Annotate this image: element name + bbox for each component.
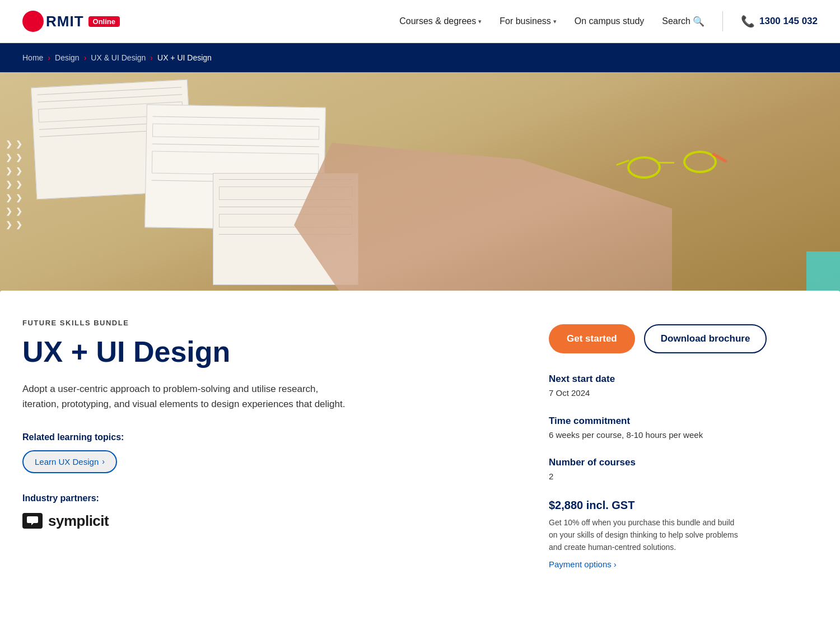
cta-button-group: Get started Download brochure	[549, 324, 818, 353]
chevron-down-icon: ▾	[478, 18, 482, 25]
nav-search[interactable]: Search 🔍	[662, 16, 704, 27]
site-header: RMIT Online Courses & degrees ▾ For busi…	[0, 0, 840, 43]
logo-circle-icon	[22, 11, 44, 32]
logo-rmit-text: RMIT	[46, 13, 84, 30]
chevron-down-icon: ▾	[553, 18, 557, 25]
logo-online-badge: Online	[88, 16, 120, 27]
rmit-logo[interactable]: RMIT Online	[22, 11, 120, 32]
bundle-label: FUTURE SKILLS BUNDLE	[22, 319, 504, 327]
breadcrumb-sep-1: ›	[48, 53, 50, 62]
time-commitment-section: Time commitment 6 weeks per course, 8-10…	[549, 416, 818, 442]
main-content-area: FUTURE SKILLS BUNDLE UX + UI Design Adop…	[0, 291, 840, 612]
number-of-courses-section: Number of courses 2	[549, 457, 818, 483]
payment-options-link[interactable]: Payment options ›	[549, 559, 617, 569]
right-column: Get started Download brochure Next start…	[549, 319, 818, 578]
breadcrumb-sep-3: ›	[150, 53, 153, 62]
number-courses-value: 2	[549, 470, 818, 483]
start-date-value: 7 Oct 2024	[549, 387, 818, 400]
get-started-button[interactable]: Get started	[549, 324, 635, 353]
symplicit-partner-logo: symplicit	[22, 512, 504, 530]
price-label: $2,880 incl. GST	[549, 499, 818, 512]
breadcrumb-current: UX + UI Design	[157, 53, 212, 62]
nav-courses-degrees[interactable]: Courses & degrees ▾	[399, 16, 482, 26]
glasses-bridge	[659, 162, 674, 164]
left-column: FUTURE SKILLS BUNDLE UX + UI Design Adop…	[22, 319, 549, 578]
course-title: UX + UI Design	[22, 336, 504, 368]
download-brochure-button[interactable]: Download brochure	[644, 324, 767, 353]
course-description: Adopt a user-centric approach to problem…	[22, 381, 347, 412]
logo-area: RMIT Online	[22, 11, 120, 32]
breadcrumb-design[interactable]: Design	[55, 53, 80, 62]
search-icon: 🔍	[693, 16, 704, 27]
hero-image: ❯❯ ❯❯ ❯❯ ❯❯ ❯❯ ❯❯ ❯❯	[0, 72, 840, 307]
phone-icon: 📞	[741, 15, 755, 28]
price-section: $2,880 incl. GST Get 10% off when you pu…	[549, 499, 818, 570]
price-description: Get 10% off when you purchase this bundl…	[549, 516, 739, 554]
learn-ux-design-button[interactable]: Learn UX Design ›	[22, 450, 117, 473]
breadcrumb-sep-2: ›	[84, 53, 87, 62]
arrow-right-icon: ›	[102, 457, 105, 466]
symplicit-name: symplicit	[48, 512, 109, 530]
breadcrumb-home[interactable]: Home	[22, 53, 43, 62]
decorative-chevrons: ❯❯ ❯❯ ❯❯ ❯❯ ❯❯ ❯❯ ❯❯	[6, 139, 22, 229]
time-commitment-label: Time commitment	[549, 416, 818, 427]
number-courses-label: Number of courses	[549, 457, 818, 468]
nav-divider	[722, 11, 723, 31]
breadcrumb-ux-ui[interactable]: UX & UI Design	[91, 53, 146, 62]
nav-on-campus[interactable]: On campus study	[575, 16, 645, 26]
partners-label: Industry partners:	[22, 493, 504, 503]
arrow-right-icon: ›	[614, 559, 617, 569]
glasses-left-lens	[627, 156, 661, 179]
main-nav: Courses & degrees ▾ For business ▾ On ca…	[399, 11, 818, 31]
breadcrumb: Home › Design › UX & UI Design › UX + UI…	[0, 43, 840, 72]
start-date-label: Next start date	[549, 374, 818, 385]
nav-for-business[interactable]: For business ▾	[500, 16, 557, 26]
symplicit-logo-icon	[22, 513, 43, 529]
phone-contact[interactable]: 📞 1300 145 032	[741, 15, 818, 28]
glasses-prop	[627, 151, 717, 190]
related-topics-label: Related learning topics:	[22, 432, 504, 442]
start-date-section: Next start date 7 Oct 2024	[549, 374, 818, 400]
time-commitment-value: 6 weeks per course, 8-10 hours per week	[549, 429, 818, 442]
